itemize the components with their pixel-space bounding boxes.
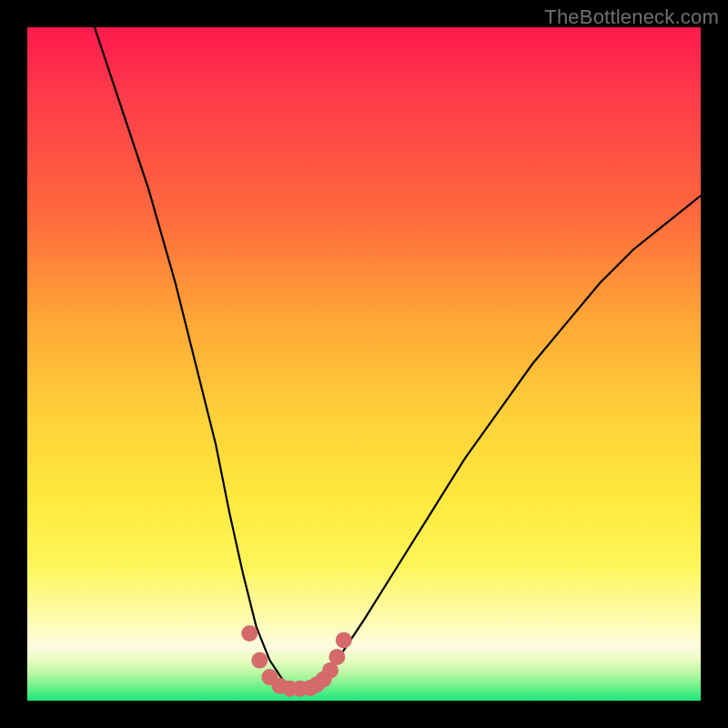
outer-frame: TheBottleneck.com: [0, 0, 728, 728]
highlight-dot: [336, 632, 352, 648]
bottleneck-curve: [95, 27, 701, 687]
watermark-text: TheBottleneck.com: [544, 5, 719, 29]
highlight-dot: [241, 625, 258, 642]
highlight-dots-group: [241, 625, 352, 697]
highlight-dot: [329, 649, 345, 665]
highlight-dot: [251, 652, 268, 669]
curve-layer: [27, 27, 701, 701]
